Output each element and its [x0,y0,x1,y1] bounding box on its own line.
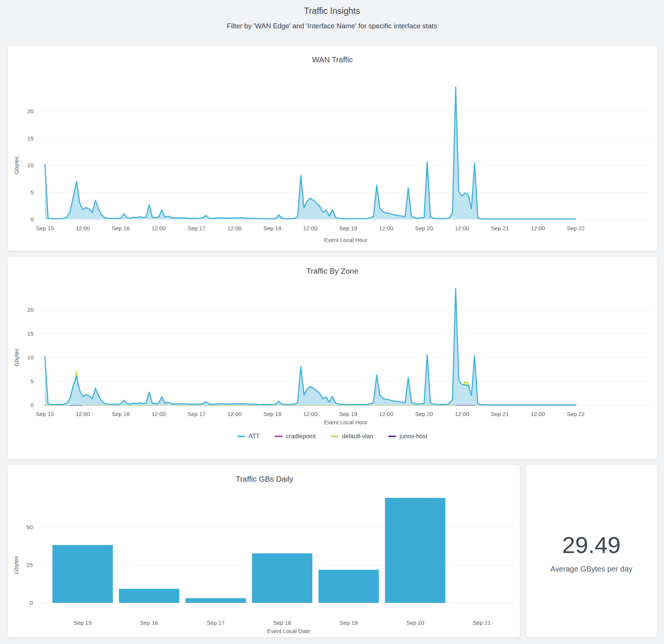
svg-text:Sep 20: Sep 20 [415,225,433,231]
svg-text:12:00: 12:00 [455,411,469,417]
svg-text:12:00: 12:00 [531,225,545,231]
stat-value: 29.49 [526,532,657,558]
bar-sep-19 [318,570,379,603]
legend-label-att: ATT [249,433,260,440]
svg-text:12:00: 12:00 [379,225,393,231]
bar-sep-16 [119,589,179,603]
legend-item-junos-host[interactable]: junos-host [388,433,427,440]
svg-text:Sep 21: Sep 21 [473,619,491,626]
legend-item-cradlepoint[interactable]: cradlepoint [275,433,315,440]
page-title: Traffic Insights [0,6,664,16]
svg-text:Sep 17: Sep 17 [188,411,206,417]
svg-text:12:00: 12:00 [303,225,318,231]
svg-text:Sep 16: Sep 16 [112,411,130,417]
svg-text:12:00: 12:00 [227,411,242,417]
svg-text:Sep 18: Sep 18 [263,225,281,231]
traffic-by-zone-panel: 05101520GbytesSep 1512:00Sep 1612:00Sep … [8,257,657,459]
svg-text:12:00: 12:00 [152,225,166,231]
svg-text:Sep 20: Sep 20 [415,411,433,417]
svg-text:12:00: 12:00 [76,411,90,417]
legend-swatch-att [237,436,245,437]
svg-text:10: 10 [27,162,34,168]
stat-label: Average GBytes per day [526,565,657,573]
svg-text:0: 0 [31,402,34,408]
svg-text:25: 25 [26,562,33,568]
x-axis-title: Event Local Date [267,628,310,634]
x-ticks: Sep 1512:00Sep 1612:00Sep 1712:00Sep 181… [36,225,585,231]
x-axis-title: Event Local Hour [324,237,367,243]
legend: ATT cradlepoint default-vlan junos-host [8,433,657,440]
y-axis-title: Gbytes [13,556,19,574]
svg-text:Sep 21: Sep 21 [491,225,509,231]
svg-text:Sep 15: Sep 15 [36,411,54,417]
svg-text:Sep 15: Sep 15 [36,225,54,231]
svg-text:Sep 19: Sep 19 [339,225,357,231]
legend-swatch-junos-host [388,436,396,437]
svg-text:15: 15 [27,330,34,337]
svg-text:Sep 19: Sep 19 [339,411,357,417]
svg-text:20: 20 [27,108,34,114]
legend-label-cradlepoint: cradlepoint [286,433,315,440]
series-WAN [45,87,576,219]
legend-swatch-cradlepoint [275,436,283,437]
svg-text:12:00: 12:00 [152,411,166,417]
legend-item-default-vlan[interactable]: default-vlan [330,433,373,440]
legend-label-default-vlan: default-vlan [342,433,373,440]
svg-text:Sep 17: Sep 17 [207,619,225,626]
wan-traffic-chart[interactable]: 05101520GbytesSep 1512:00Sep 1612:00Sep … [8,46,656,250]
y-axis-title: Gbytes [13,156,20,174]
page-subtitle: Filter by 'WAN Edge' and 'Interface Name… [0,22,664,30]
svg-text:0: 0 [31,216,34,222]
x-ticks: Sep 1512:00Sep 1612:00Sep 1712:00Sep 181… [36,411,585,417]
wan-traffic-title: WAN Traffic [8,55,657,64]
svg-text:20: 20 [27,307,34,313]
svg-text:Sep 15: Sep 15 [74,619,92,626]
legend-item-att[interactable]: ATT [237,433,260,440]
wan-traffic-panel: 05101520GbytesSep 1512:00Sep 1612:00Sep … [8,45,657,251]
y-axis-title: Gbytes [13,348,20,367]
svg-text:Sep 19: Sep 19 [340,619,358,626]
series-ATT [45,288,576,405]
svg-text:5: 5 [31,378,34,384]
svg-text:12:00: 12:00 [303,411,318,417]
svg-text:Sep 20: Sep 20 [406,619,424,626]
svg-text:Sep 18: Sep 18 [273,619,291,626]
svg-text:12:00: 12:00 [455,225,469,231]
bar-sep-15 [52,545,113,603]
svg-text:12:00: 12:00 [531,411,545,417]
svg-text:12:00: 12:00 [76,225,90,231]
bars: Sep 15Sep 16Sep 17Sep 18Sep 19Sep 20Sep … [52,498,491,626]
svg-text:12:00: 12:00 [379,411,393,417]
traffic-gbs-daily-title: Traffic GBs Daily [19,475,510,484]
svg-text:5: 5 [31,189,34,196]
svg-text:12:00: 12:00 [227,225,242,231]
x-axis-title: Event Local Hour [324,419,367,425]
dashboard: Traffic Insights Filter by 'WAN Edge' an… [0,0,664,644]
svg-text:50: 50 [26,524,33,530]
svg-text:Sep 22: Sep 22 [567,411,585,417]
traffic-by-zone-chart[interactable]: 05101520GbytesSep 1512:00Sep 1612:00Sep … [8,257,656,458]
legend-label-junos-host: junos-host [400,433,427,440]
traffic-gbs-daily-panel: 02550GbytesSep 15Sep 16Sep 17Sep 18Sep 1… [8,465,520,638]
svg-text:15: 15 [27,135,34,142]
svg-text:10: 10 [27,354,34,361]
svg-text:Sep 18: Sep 18 [263,411,281,417]
bar-sep-18 [252,553,312,603]
svg-text:Sep 22: Sep 22 [567,225,585,231]
y-grid: 05101520 [27,307,651,408]
average-gbytes-stat-panel: 29.49 Average GBytes per day [526,465,657,638]
bar-sep-17 [186,598,246,603]
svg-text:Sep 16: Sep 16 [112,225,130,231]
traffic-by-zone-title: Traffic By Zone [8,267,657,276]
legend-swatch-default-vlan [330,436,338,437]
y-grid: 05101520 [27,108,651,222]
traffic-gbs-daily-chart[interactable]: 02550GbytesSep 15Sep 16Sep 17Sep 18Sep 1… [8,465,519,636]
svg-text:Sep 17: Sep 17 [188,225,206,231]
svg-text:Sep 21: Sep 21 [491,411,509,417]
svg-text:Sep 16: Sep 16 [140,619,158,626]
bar-sep-20 [385,498,446,603]
svg-text:0: 0 [30,599,33,606]
